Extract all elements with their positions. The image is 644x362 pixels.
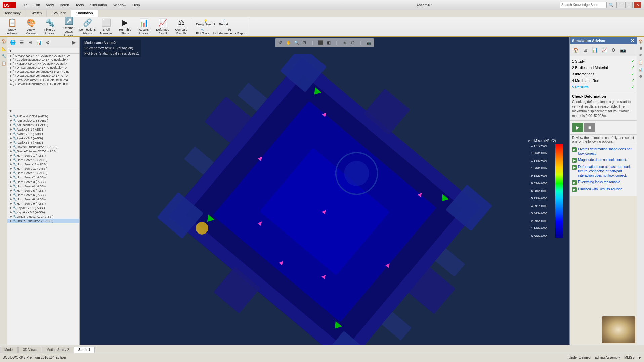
apply-material-button[interactable]: 🎨 ApplyMaterial [22, 18, 40, 36]
bt-10[interactable]: ▶🔧 Horn Servo-10 (-ABS-) [7, 158, 79, 162]
menu-help[interactable]: Help [130, 2, 143, 8]
bt-21[interactable]: ▶🔧 KapakXYZ-1 (-ABS-) [7, 206, 79, 210]
advisor-step-5[interactable]: 5 Results ✓ [572, 84, 635, 90]
side-icon-5[interactable]: 📊 [638, 66, 644, 72]
bt-11[interactable]: ▶🔧 Horn Servo-11 (-ABS-) [7, 162, 79, 166]
design-insight-button[interactable]: 💡 Design Insight [195, 19, 216, 27]
vp-fit[interactable]: ⊡ [301, 39, 308, 46]
option-magnitude[interactable]: ▶ Magnitude does not look correct. [572, 158, 635, 163]
bt-7[interactable]: ▶🔧 GovdeTutucusuXYZ-1 (-ABS-) [7, 145, 79, 149]
bt-9[interactable]: ▶🔧 Horn Servo-1 (-ABS-) [7, 153, 79, 158]
toolbar-props[interactable]: 📊 [35, 38, 43, 46]
tab-3d-views[interactable]: 3D Views [18, 347, 41, 353]
toolbar-globe[interactable]: 🌐 [9, 38, 17, 46]
bt-20[interactable]: ▶🔧 Horn Servo-9 (-ABS-) [7, 201, 79, 206]
bt-16[interactable]: ▶🔧 Horn Servo-4 (-ABS-) [7, 184, 79, 188]
search-input[interactable] [560, 2, 607, 8]
bt-0[interactable]: ▶🔧 AltBacakXYZ-2 (-ABS-) [7, 114, 79, 118]
compare-results-button[interactable]: ⚖ CompareResults [173, 18, 190, 36]
bt-6[interactable]: ▶🔧 AyakXYZ-4 (-ABS-) [7, 140, 79, 145]
deformed-result-button[interactable]: 📈 DeformedResult [154, 18, 171, 36]
advisor-settings-icon[interactable]: ⚙ [609, 46, 618, 54]
bt-13[interactable]: ▶🔧 Horn Servo-13 (-ABS-) [7, 171, 79, 175]
toolbar-expand[interactable]: ▶ [70, 38, 78, 46]
option-deform-shape[interactable]: ▶ Overall deformation shape does not loo… [572, 147, 635, 156]
bt-14[interactable]: ▶🔧 Horn Servo-2 (-ABS-) [7, 175, 79, 179]
bt-5[interactable]: ▶🔧 AyakXYZ-3 (-ABS-) [7, 136, 79, 140]
option-near-load[interactable]: ▶ Deformation near at least one load, fi… [572, 165, 635, 178]
tree-item-3[interactable]: ▶ (-) OmuzTutucuXYZ<1>->? (Default<<D [7, 66, 79, 70]
tree-item-1[interactable]: ▶ (-) GovdeTutucusuXYZ<1>->? (Default<< [7, 58, 79, 62]
bt-18[interactable]: ▶🔧 Horn Servo-6 (-ABS-) [7, 193, 79, 197]
bt-22[interactable]: ▶🔧 KapakXYZ-2 (-ABS-) [7, 210, 79, 214]
tree-item-0[interactable]: ▶ (-) AyakXYZ<1>->? (Default<<Default>_J… [7, 54, 79, 58]
bt-2[interactable]: ▶🔧 AltBacakXYZ-4 (-ABS-) [7, 123, 79, 127]
results-advisor-button[interactable]: 📊 ResultsAdvisor [135, 18, 153, 36]
side-icon-2[interactable]: ⊞ [638, 45, 644, 51]
plot-tools-button[interactable]: 📉 Plot Tools [195, 28, 210, 36]
menu-file[interactable]: File [19, 2, 30, 8]
nav-icon-1[interactable]: 🏠 [1, 38, 7, 44]
close-button[interactable]: ✕ [634, 2, 641, 8]
advisor-step-2[interactable]: 2 Bodies and Material ✓ [572, 64, 635, 71]
play-button[interactable]: ▶ [572, 123, 583, 132]
bt-3[interactable]: ▶🔧 AyakXYZ-1 (-ABS-) [7, 127, 79, 132]
menu-edit[interactable]: Edit [31, 2, 43, 8]
menu-simulation[interactable]: Simulation [87, 2, 110, 8]
bt-15[interactable]: ▶🔧 Horn Servo-3 (-ABS-) [7, 179, 79, 184]
nav-icon-2[interactable]: 📐 [1, 46, 7, 52]
maximize-button[interactable]: □ [625, 2, 633, 8]
advisor-plot-icon[interactable]: 📈 [600, 46, 608, 54]
bt-1[interactable]: ▶🔧 AltBacakXYZ-3 (-ABS-) [7, 118, 79, 123]
viewport[interactable]: ↺ ✋ 🔍 ⊡ | ⬛ ◧ | ◈ ⬡ | 📷 Model name:Assem… [80, 37, 569, 345]
menu-tools[interactable]: Tools [73, 2, 87, 8]
toolbar-settings[interactable]: ⚙ [44, 38, 52, 46]
nav-icon-3[interactable]: 🔧 [1, 53, 7, 59]
bt-19[interactable]: ▶🔧 Horn Servo-8 (-ABS-) [7, 197, 79, 201]
tree-item-6[interactable]: ▶ (-) OrtaBacakXYZ<3>->? (Default<<Defa [7, 78, 79, 82]
toolbar-grid[interactable]: ⊞ [26, 38, 34, 46]
toolbar-list[interactable]: ☰ [17, 38, 26, 46]
advisor-home-icon[interactable]: 🏠 [571, 46, 580, 54]
vp-section[interactable]: ⬡ [349, 39, 356, 46]
option-reasonable[interactable]: ▶ Everything looks reasonable. [572, 180, 635, 185]
bt-8[interactable]: ▶🔧 GovdeTutucusuXYZ-2 (-ABS-) [7, 149, 79, 153]
bt-23[interactable]: ▶🔧 OmuzTutucuXYZ-1 (-ABS-) [7, 214, 79, 219]
option-finished[interactable]: ▶ Finished with Results Advisor. [572, 187, 635, 192]
run-study-button[interactable]: ▶ Run ThisStudy [116, 18, 134, 36]
shell-manager-button[interactable]: ⬜ ShellManager [97, 18, 115, 36]
advisor-result-icon[interactable]: 📊 [590, 46, 599, 54]
report-button[interactable]: 📄 Report [218, 19, 229, 27]
advisor-step-4[interactable]: 4 Mesh and Run ✓ [572, 77, 635, 84]
tab-sketch[interactable]: Sketch [26, 10, 47, 17]
tab-static-1[interactable]: Static 1 [74, 347, 95, 353]
external-loads-button[interactable]: ↗️ External LoadsAdvisor [60, 16, 77, 38]
side-icon-6[interactable]: ⚙ [638, 73, 644, 80]
expand-icon[interactable]: ▶ [639, 356, 641, 359]
close-advisor-button[interactable]: ✕ [631, 38, 635, 43]
side-icon-4[interactable]: 📋 [638, 59, 644, 65]
menu-view[interactable]: View [43, 2, 57, 8]
include-image-button[interactable]: 🖼 Include Image for Report [212, 28, 248, 36]
vp-view2[interactable]: ◧ [325, 39, 332, 46]
nav-icon-4[interactable]: 📋 [1, 60, 7, 66]
advisor-step-1[interactable]: 1 Study ✓ [572, 58, 635, 64]
bt-12[interactable]: ▶🔧 Horn Servo-12 (-ABS-) [7, 166, 79, 171]
vp-display[interactable]: ◈ [341, 39, 348, 46]
advisor-camera-icon[interactable]: 📷 [618, 46, 627, 54]
fixtures-advisor-button[interactable]: 🔩 FixturesAdvisor [41, 18, 58, 36]
tab-assembly[interactable]: Assembly [0, 10, 26, 17]
vp-capture[interactable]: 📷 [365, 39, 373, 46]
minimize-button[interactable]: — [616, 2, 624, 8]
stop-button[interactable]: ■ [584, 123, 595, 132]
vp-zoom[interactable]: 🔍 [293, 39, 300, 46]
bt-4[interactable]: ▶🔧 AyakXYZ-2 (-ABS-) [7, 132, 79, 136]
tree-item-5[interactable]: ▶ (-) OrtaBacakServoTutucuXYZ<1>->? (D [7, 74, 79, 78]
bt-17[interactable]: ▶🔧 Horn Servo-5 (-ABS-) [7, 188, 79, 193]
tree-item-2[interactable]: ▶ (-) KapakXYZ<1>->? (Default<<Default> [7, 62, 79, 66]
vp-rotate[interactable]: ↺ [276, 39, 284, 46]
vp-pan[interactable]: ✋ [285, 39, 292, 46]
side-icon-3[interactable]: ✉ [638, 52, 644, 58]
menu-window[interactable]: Window [111, 2, 129, 8]
connections-advisor-button[interactable]: 🔗 ConnectionsAdvisor [79, 18, 96, 36]
